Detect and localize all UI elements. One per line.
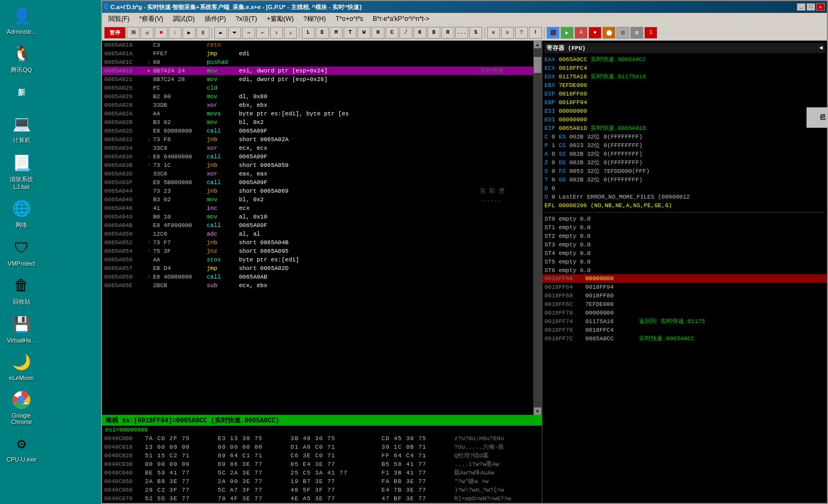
find-button[interactable]: 搁 (127, 27, 140, 39)
desktop-icon-computer[interactable]: 💻 计算机 (3, 113, 40, 144)
tb-H[interactable]: H (372, 27, 384, 39)
desktop-icon-chrome[interactable]: Google Chrome (3, 389, 40, 425)
tb4[interactable]: ⇐ (256, 27, 269, 39)
tb-icon6[interactable]: ⊡ (616, 27, 629, 39)
disasm-scrollbar[interactable]: ▲ ▼ (533, 41, 542, 415)
desktop-icon-qq[interactable]: 🐧 腾讯QQ (3, 43, 40, 74)
restart-button[interactable]: ↺ (141, 27, 154, 39)
disasm-view[interactable]: 0065A019 C3 retn 0065A01A FFE7 jmp edi 0… (102, 41, 533, 415)
tb-icon5[interactable]: ⬤ (602, 27, 615, 39)
disasm-row[interactable]: 0065A019 C3 retn (102, 41, 533, 49)
hex-panel[interactable]: 0049C000 7A CD 2F 75 E3 13 30 75 3B 48 3… (102, 434, 542, 503)
minimize-button[interactable]: _ (797, 3, 805, 11)
tb-q[interactable]: ? (515, 27, 528, 39)
disasm-row[interactable]: 0065A05E 2BCB sub ecx, ebx (102, 281, 533, 290)
disasm-row[interactable]: 0065A057 EB D4 jmp short 0065A02D (102, 264, 533, 273)
disasm-row[interactable]: 0065A028 33DB xor ebx, ebx (102, 101, 533, 109)
tb-icon8[interactable]: 1 (644, 27, 657, 39)
tb5[interactable]: ⇑ (270, 27, 283, 39)
menu-window[interactable]: +窗勵(W) (263, 13, 298, 25)
hex-row[interactable]: 0049C050 2A B8 3E 77 2A 90 3E 77 19 B7 3… (102, 477, 542, 486)
tb-icon3[interactable]: A (575, 27, 587, 39)
disasm-row[interactable]: 0065A02D E8 6D000000 call 0065A09F (102, 127, 533, 135)
disasm-row[interactable]: 0065A044 73 23 jnb short 0065A069 实 彩 慧 (102, 187, 533, 195)
tb-E[interactable]: E (316, 27, 329, 39)
desktop-icon-virtual[interactable]: 💾 VirtualHa... (3, 314, 40, 344)
hex-row[interactable]: 0049C000 7A CD 2F 75 E3 13 30 75 3B 48 3… (102, 434, 542, 443)
hex-row[interactable]: 0049C070 52 5D 3E 77 70 4F 3E 77 4E A5 3… (102, 494, 542, 503)
stack-row[interactable]: 0018FF60 00000000 (542, 274, 827, 283)
disasm-row[interactable]: 0065A03D 33C0 xor eax, eax (102, 170, 533, 178)
tb-slash[interactable]: / (400, 27, 412, 39)
disasm-row[interactable]: 0065A02A A4 movs byte ptr es:[edi], byte… (102, 109, 533, 118)
hex-row[interactable]: 0049C020 51 15 C2 71 89 64 C1 71 C6 3E C… (102, 451, 542, 460)
disasm-row[interactable]: 0065A025 FC cld (102, 84, 533, 92)
scroll-up-arrow[interactable]: ▲ (534, 41, 541, 48)
stack-row[interactable]: 0018FF7C 0065A0CC 实时快速.0065A0CC (542, 334, 827, 343)
hex-row[interactable]: 0049C060 29 C2 3F 77 5C A7 3F 77 48 5F 3… (102, 486, 542, 494)
tb3[interactable]: ⇒ (242, 27, 255, 39)
disasm-row[interactable]: 0065A01A FFE7 jmp edi (102, 49, 533, 58)
tb-K[interactable]: K (413, 27, 426, 39)
disasm-row[interactable]: 0065A052 ↑ 73 F7 jnb short 0065A04B (102, 238, 533, 247)
desktop-icon-new[interactable]: 新 (3, 82, 40, 105)
tb2[interactable]: ⏷ (228, 27, 241, 39)
stack-row[interactable]: 0018FF74 01175A16 返回到 实时快速.01175 (542, 317, 827, 326)
desktop-icon-bat[interactable]: 📃 清除系统LJ.bat (3, 152, 40, 190)
disasm-row[interactable]: 0065A02B B3 02 mov bl, 0x2 (102, 118, 533, 127)
disasm-row[interactable]: 0065A026 B2 80 mov dl, 0x80 (102, 92, 533, 101)
desktop-icon-admin[interactable]: 👤 Administr... (3, 5, 40, 35)
tb-help[interactable]: ! (529, 27, 542, 39)
stop-button[interactable]: ■ (155, 27, 168, 39)
disasm-row[interactable]: 0065A046 B3 02 mov bl, 0x2 ...... (102, 195, 533, 204)
tb-S[interactable]: S (469, 27, 482, 39)
tb-icon4[interactable]: ● (589, 27, 601, 39)
maximize-button[interactable]: □ (807, 3, 815, 11)
step-over-button[interactable]: ▶ (183, 27, 195, 39)
tb-W[interactable]: W (358, 27, 371, 39)
desktop-icon-network[interactable]: 🌐 网络 (3, 198, 40, 229)
stack-row[interactable]: 0018FF78 0018FFC4 (542, 326, 827, 334)
close-button[interactable]: ✕ (816, 3, 825, 11)
disasm-row[interactable]: 0065A056 AA stos byte ptr es:[edi] (102, 255, 533, 264)
menu-debug[interactable]: 調試(D) (169, 13, 199, 25)
stack-row[interactable]: 0018FF6C 7EFDE000 (542, 300, 827, 309)
desktop-icon-vmprotect[interactable]: 🛡 VMProtect (3, 237, 40, 267)
tb-icon7[interactable]: ⊞ (630, 27, 643, 39)
tb-grid1[interactable]: ⊞ (487, 27, 500, 39)
disasm-row[interactable]: 0065A059 ↕ E8 4D000000 call 0065A0AB (102, 273, 533, 281)
menu-tools[interactable]: T*o+o^l*s (331, 14, 367, 24)
tb-B[interactable]: B (427, 27, 440, 39)
tb-C[interactable]: C (386, 27, 398, 39)
disasm-row[interactable]: 0065A01C ↓ 60 pushad (102, 58, 533, 67)
desktop-icon-cpu[interactable]: ⚙ CPU-U.exe (3, 433, 40, 463)
disasm-row[interactable]: 0065A049 B0 10 mov al, 0x10 (102, 213, 533, 221)
tb6[interactable]: ⇓ (284, 27, 297, 39)
tb-icon2[interactable]: ▶ (561, 27, 573, 39)
desktop-icon-recycle[interactable]: 🗑 回收站 (3, 275, 40, 306)
menu-file[interactable]: 閲覧(F) (104, 13, 134, 25)
scroll-down-arrow[interactable]: ▼ (534, 407, 541, 415)
tb-grid2[interactable]: ⊟ (501, 27, 514, 39)
step-into-button[interactable]: ↓ (169, 27, 181, 39)
disasm-row[interactable]: 0065A03F E8 5B000000 call 0065A09F (102, 178, 533, 187)
stack-row[interactable]: 0018FF68 0018FF80 (542, 291, 827, 300)
disasm-row[interactable]: 0065A04B E8 4F000000 call 0065A09F (102, 221, 533, 230)
disasm-row[interactable]: 0065A021 8B7C24 28 mov edi, dword ptr [e… (102, 75, 533, 84)
hex-row[interactable]: 0049C010 13 00 00 00 00 00 00 00 D1 A8 C… (102, 443, 542, 451)
tb-icon1[interactable]: ⬛ (547, 27, 560, 39)
stack-row[interactable]: 0018FF70 00000000 (542, 309, 827, 317)
disasm-row[interactable]: 0065A036 ↓ E8 64000000 call 0065A09F (102, 152, 533, 161)
tb-M[interactable]: M (330, 27, 343, 39)
menu-plugin[interactable]: 插件(P) (200, 13, 230, 25)
menu-options[interactable]: ?x項(T) (231, 13, 262, 25)
hex-row[interactable]: 0049C030 00 00 00 00 69 86 3E 77 05 E4 3… (102, 460, 542, 469)
desktop-icon-elemoon[interactable]: 🌙 eLeMoon (3, 352, 40, 381)
disasm-row[interactable]: 0065A01D ▶ 8B7A24 24 mov esi, dword ptr … (102, 67, 533, 75)
disasm-row[interactable]: 0065A050 12C0 adc al, al (102, 230, 533, 238)
tb-L[interactable]: L (302, 27, 315, 39)
scroll-thumb[interactable] (534, 57, 541, 73)
tb-dots[interactable]: ... (455, 27, 468, 39)
stack-row[interactable]: 0018FF64 0018FF94 (542, 283, 827, 291)
disasm-row[interactable]: 0065A032 ↓ 73 F6 jnb short 0065A02A (102, 135, 533, 144)
